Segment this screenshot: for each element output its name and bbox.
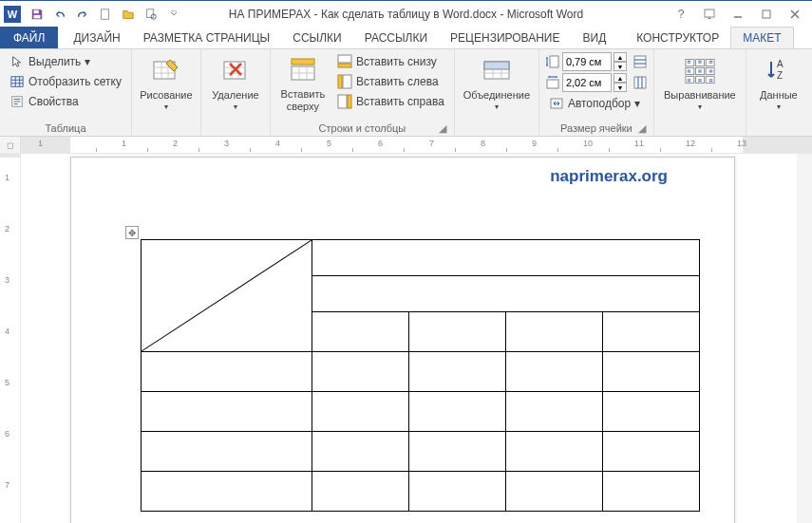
pencil-table-icon [151,56,181,86]
spinner-down[interactable]: ▼ [614,83,627,92]
insert-right-button[interactable]: Вставить справа [333,92,448,111]
insert-below-icon [337,54,352,69]
insert-above-icon [288,55,318,85]
group-delete: Удаление ▾ [201,49,271,136]
ruler-vertical[interactable]: 1234567 [0,154,21,523]
help-button[interactable]: ? [668,4,694,25]
chevron-down-icon: ▾ [234,103,237,112]
svg-rect-1 [34,14,41,18]
chevron-down-icon: ▾ [164,103,168,112]
save-button[interactable] [27,4,47,25]
dialog-launcher-icon[interactable]: ◢ [437,122,448,134]
tab-table-design[interactable]: КОНСТРУКТОР [625,27,730,48]
select-button[interactable]: Выделить ▾ [6,52,125,71]
group-table: Выделить ▾ Отобразить сетку Свойства Таб… [0,49,132,136]
print-preview-button[interactable] [141,4,161,25]
window-title: НА ПРИМЕРАХ - Как сделать таблицу в Word… [229,8,583,21]
svg-rect-15 [343,75,351,88]
vertical-scrollbar[interactable] [797,154,812,523]
ruler-corner[interactable]: ◻ [0,137,21,153]
table-move-handle[interactable]: ✥ [125,226,139,239]
document-table[interactable] [141,239,700,512]
close-button[interactable] [782,4,808,25]
svg-rect-13 [338,55,351,63]
watermark-text: naprimerax.org [550,167,668,186]
distribute-cols-icon[interactable] [633,75,648,90]
tab-mailings[interactable]: РАССЫЛКИ [353,27,439,48]
distribute-rows-icon[interactable] [633,54,648,69]
svg-rect-21 [550,56,558,67]
row-height-input[interactable]: 0,79 см [562,52,612,71]
group-label-rows-cols: Строки и столбцы◢ [276,121,448,136]
insert-above-button[interactable]: Вставить сверху [276,52,330,115]
chevron-down-icon: ▾ [634,97,640,110]
tab-design[interactable]: ДИЗАЙН [62,27,131,48]
autofit-button[interactable]: Автоподбор ▾ [545,94,648,113]
gridlines-button[interactable]: Отобразить сетку [6,72,125,91]
svg-rect-14 [338,64,351,67]
svg-text:Z: Z [777,70,783,81]
tab-file[interactable]: ФАЙЛ [0,27,58,48]
spinner-up[interactable]: ▲ [614,73,627,83]
svg-rect-23 [547,80,558,88]
title-bar: W НА ПРИМЕРАХ - Как сделать таблицу в Wo… [0,0,812,27]
svg-rect-0 [34,9,39,13]
insert-below-button[interactable]: Вставить снизу [333,52,448,71]
spinner-down[interactable]: ▼ [614,62,627,71]
ribbon-tabs: ФАЙЛ ДИЗАЙН РАЗМЕТКА СТРАНИЦЫ ССЫЛКИ РАС… [0,27,812,49]
pointer-icon [9,54,25,69]
svg-rect-18 [348,95,351,108]
svg-rect-12 [292,59,314,65]
qat-dropdown[interactable] [163,4,184,25]
tab-references[interactable]: ССЫЛКИ [281,27,352,48]
window-controls: ? [668,4,808,25]
grid-icon [9,74,25,89]
delete-table-icon [220,56,251,86]
ribbon-options-button[interactable] [696,4,723,25]
svg-line-37 [142,240,312,351]
maximize-button[interactable] [753,4,780,25]
row-height-icon [545,54,560,69]
ruler-horizontal-area: ◻ 112345678910111213 [0,137,812,154]
group-label-cell-size: Размер ячейки◢ [545,121,648,136]
merge-button[interactable]: Объединение ▾ [461,52,533,115]
chevron-down-icon: ▾ [495,103,499,112]
delete-button[interactable]: Удаление ▾ [207,52,264,115]
ruler-horizontal[interactable]: 112345678910111213 [21,137,812,153]
svg-rect-3 [147,9,154,17]
data-button[interactable]: AZ Данные ▾ [752,52,805,115]
dialog-launcher-icon[interactable]: ◢ [636,122,648,134]
group-draw: Рисование ▾ [132,49,201,136]
alignment-button[interactable]: Выравнивание ▾ [660,52,740,115]
group-rows-columns: Вставить сверху Вставить снизу Вставить … [271,49,455,136]
autofit-icon [549,96,564,111]
insert-left-button[interactable]: Вставить слева [333,72,448,91]
minimize-button[interactable] [725,4,751,25]
document-area: 1234567 naprimerax.org ✥ [0,154,812,523]
svg-rect-30 [695,67,704,74]
tab-page-layout[interactable]: РАЗМЕТКА СТРАНИЦЫ [132,27,282,48]
group-merge: Объединение ▾ [455,49,539,136]
col-width-input[interactable]: 2,02 см [562,73,612,92]
svg-rect-17 [338,95,347,108]
undo-button[interactable] [49,4,70,25]
new-doc-button[interactable] [95,4,116,25]
properties-button[interactable]: Свойства [6,92,125,111]
group-data: AZ Данные ▾ [746,49,811,136]
group-alignment: Выравнивание ▾ [654,49,746,136]
svg-rect-22 [634,56,646,67]
svg-rect-20 [484,62,509,69]
redo-button[interactable] [72,4,93,25]
chevron-down-icon: ▾ [85,55,90,68]
draw-button[interactable]: Рисование ▾ [138,52,195,115]
tab-table-layout[interactable]: МАКЕТ [730,27,793,48]
app-icon: W [4,6,21,23]
tab-view[interactable]: ВИД [572,27,618,48]
svg-rect-5 [705,9,714,17]
spinner-up[interactable]: ▲ [614,52,627,62]
ribbon: Выделить ▾ Отобразить сетку Свойства Таб… [0,49,812,137]
insert-left-icon [337,74,352,89]
open-button[interactable] [118,4,139,25]
tab-review[interactable]: РЕЦЕНЗИРОВАНИЕ [439,27,571,48]
alignment-grid-icon [685,56,715,86]
